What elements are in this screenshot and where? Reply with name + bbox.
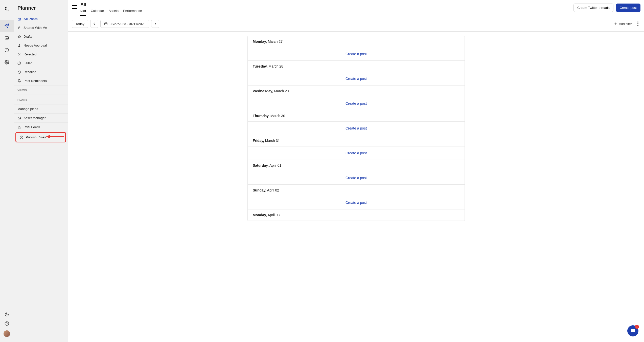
rail-settings[interactable] [0, 56, 14, 68]
sidebar-item-label: Drafts [24, 35, 32, 38]
create-post-link[interactable]: Create a post [346, 126, 367, 130]
views-section-label: VIEWS [14, 85, 68, 95]
day-body: Create a post [248, 196, 465, 209]
rail-analytics[interactable] [0, 44, 14, 56]
day-header: Sunday, April 02 [248, 185, 465, 196]
create-post-link[interactable]: Create a post [346, 176, 367, 180]
user-avatar[interactable] [4, 330, 10, 337]
svg-point-7 [19, 27, 20, 28]
sidebar-item-needs-approval[interactable]: Needs Approval [14, 41, 68, 50]
sidebar-item-label: Recalled [24, 70, 36, 74]
day-body: Create a post [248, 146, 465, 160]
rail-planner[interactable] [0, 20, 14, 32]
today-button[interactable]: Today [72, 20, 88, 28]
day-header: Friday, March 31 [248, 135, 465, 146]
image-icon [17, 116, 21, 120]
add-filter-label: Add filter [619, 22, 632, 26]
sidebar-item-label: Past Reminders [24, 79, 47, 83]
alert-icon [17, 61, 21, 65]
add-filter-button[interactable]: Add filter [614, 22, 632, 26]
sidebar-item-failed[interactable]: Failed [14, 59, 68, 68]
date-range-text: 03/27/2023 - 04/11/2023 [110, 22, 146, 26]
create-post-link[interactable]: Create a post [346, 151, 367, 155]
app-logo[interactable] [3, 5, 10, 12]
chat-badge: 1 [635, 325, 639, 329]
planner-sidebar: Planner All Posts Shared With Me Drafts … [14, 0, 68, 342]
svg-point-0 [8, 10, 9, 11]
day-body: Create a post [248, 122, 465, 135]
theme-toggle[interactable] [5, 312, 9, 317]
sidebar-item-label: Asset Manager [24, 116, 45, 120]
topbar: All List Calendar Assets Performance Cre… [68, 0, 644, 16]
calendar-icon [104, 22, 108, 26]
sidebar-item-shared[interactable]: Shared With Me [14, 23, 68, 32]
sidebar-item-label: Failed [24, 61, 32, 65]
annotation-arrow [46, 134, 64, 139]
view-tabs: List Calendar Assets Performance [80, 9, 142, 16]
day-header: Wednesday, March 29 [248, 86, 465, 97]
content-scroll: Monday, March 27Create a postTuesday, Ma… [68, 32, 644, 342]
create-post-link[interactable]: Create a post [346, 201, 367, 205]
stamp-icon [17, 44, 21, 47]
sidebar-item-label: Publish Rules [26, 135, 46, 139]
rss-icon [17, 125, 21, 129]
day-body: Create a post [248, 171, 465, 185]
bell-icon [17, 79, 21, 83]
calendar-check-icon [17, 17, 21, 21]
day-list: Monday, March 27Create a postTuesday, Ma… [247, 36, 465, 221]
sidebar-item-all-posts[interactable]: All Posts [14, 14, 68, 23]
date-range-picker[interactable]: 03/27/2023 - 04/11/2023 [100, 20, 149, 28]
page-title: All [80, 2, 142, 7]
day-header: Monday, March 27 [248, 36, 465, 47]
day-header: Saturday, April 01 [248, 160, 465, 171]
help-icon[interactable] [5, 321, 9, 326]
sidebar-item-label: All Posts [24, 17, 38, 21]
tab-performance[interactable]: Performance [123, 9, 142, 16]
tab-list[interactable]: List [80, 9, 86, 16]
toolbar: Today 03/27/2023 - 04/11/2023 Add filter [68, 16, 644, 32]
sidebar-item-drafts[interactable]: Drafts [14, 32, 68, 41]
sidebar-item-label: Manage plans [17, 107, 38, 111]
svg-point-15 [18, 128, 18, 129]
create-post-button[interactable]: Create post [616, 4, 640, 12]
sidebar-item-rejected[interactable]: Rejected [14, 50, 68, 59]
sidebar-title: Planner [14, 0, 68, 14]
tab-calendar[interactable]: Calendar [91, 9, 104, 16]
x-icon [17, 53, 21, 56]
plans-section-label: PLANS [14, 95, 68, 104]
sidebar-toggle[interactable] [72, 5, 77, 9]
app-rail [0, 0, 14, 342]
box-open-icon [17, 35, 21, 38]
more-menu[interactable] [635, 22, 640, 26]
tab-assets[interactable]: Assets [109, 9, 119, 16]
sidebar-item-label: RSS Feeds [24, 125, 40, 129]
sidebar-item-recalled[interactable]: Recalled [14, 68, 68, 76]
rail-inbox[interactable] [0, 32, 14, 44]
day-body: Create a post [248, 97, 465, 110]
create-post-link[interactable]: Create a post [346, 101, 367, 105]
svg-point-2 [6, 62, 8, 63]
create-post-link[interactable]: Create a post [346, 77, 367, 81]
create-twitter-threads-button[interactable]: Create Twitter threads [573, 4, 613, 12]
day-body: Create a post [248, 47, 465, 61]
date-next-button[interactable] [151, 20, 159, 28]
sidebar-item-asset-manager[interactable]: Asset Manager [14, 113, 68, 122]
svg-marker-18 [46, 135, 50, 138]
sidebar-item-rss-feeds[interactable]: RSS Feeds [14, 122, 68, 132]
chat-fab[interactable]: 1 [627, 325, 638, 336]
svg-rect-22 [104, 23, 107, 25]
day-header: Thursday, March 30 [248, 110, 465, 122]
date-prev-button[interactable] [90, 20, 98, 28]
main-area: All List Calendar Assets Performance Cre… [68, 0, 644, 342]
day-header: Tuesday, March 28 [248, 61, 465, 72]
day-body: Create a post [248, 72, 465, 86]
create-post-link[interactable]: Create a post [346, 52, 367, 56]
day-header: Monday, April 03 [248, 209, 465, 221]
sidebar-item-manage-plans[interactable]: Manage plans [14, 104, 68, 113]
sidebar-item-past-reminders[interactable]: Past Reminders [14, 76, 68, 85]
undo-icon [17, 70, 21, 74]
svg-rect-5 [18, 18, 21, 20]
sidebar-item-label: Needs Approval [24, 44, 47, 47]
user-icon [17, 26, 21, 30]
chat-icon [630, 328, 636, 334]
